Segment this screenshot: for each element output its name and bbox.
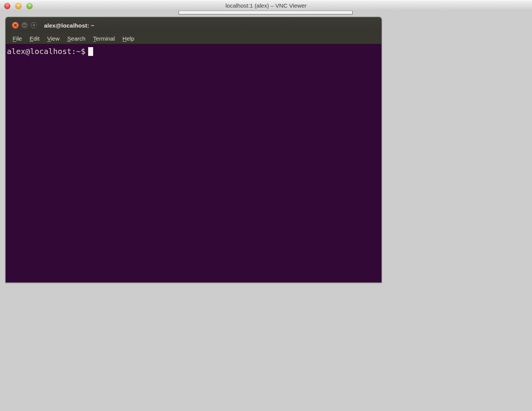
zoom-button[interactable] [26, 3, 33, 9]
vnc-viewer-window: localhost:1 (alex) – VNC Viewer alex@loc… [0, 0, 532, 411]
macos-titlebar[interactable]: localhost:1 (alex) – VNC Viewer [0, 0, 532, 12]
close-button[interactable] [4, 3, 10, 9]
menu-view[interactable]: View [43, 34, 63, 43]
menu-help[interactable]: Help [119, 34, 138, 43]
menu-file[interactable]: File [9, 34, 26, 43]
terminal-cursor [88, 47, 93, 56]
shell-prompt: alex@localhost:~$ [7, 46, 85, 56]
menu-edit[interactable]: Edit [26, 34, 43, 43]
terminal-minimize-icon[interactable] [21, 22, 28, 29]
menu-terminal[interactable]: Terminal [89, 34, 119, 43]
terminal-maximize-icon[interactable] [30, 22, 37, 29]
menu-search[interactable]: Search [63, 34, 89, 43]
minimize-button[interactable] [15, 3, 21, 9]
terminal-close-icon[interactable] [12, 22, 19, 29]
vnc-toolbar-tab[interactable] [179, 11, 353, 15]
terminal-title: alex@localhost: ~ [44, 22, 94, 29]
terminal-prompt-line: alex@localhost:~$ [7, 46, 381, 56]
vnc-window-title: localhost:1 (alex) – VNC Viewer [0, 0, 532, 11]
terminal-titlebar[interactable]: alex@localhost: ~ [6, 18, 381, 33]
terminal-menubar: FileEditViewSearchTerminalHelp [6, 33, 381, 44]
remote-desktop: alex@localhost: ~ FileEditViewSearchTerm… [0, 11, 532, 411]
traffic-lights [4, 3, 33, 9]
terminal-window: alex@localhost: ~ FileEditViewSearchTerm… [5, 17, 382, 283]
terminal-screen[interactable]: alex@localhost:~$ [6, 44, 381, 282]
